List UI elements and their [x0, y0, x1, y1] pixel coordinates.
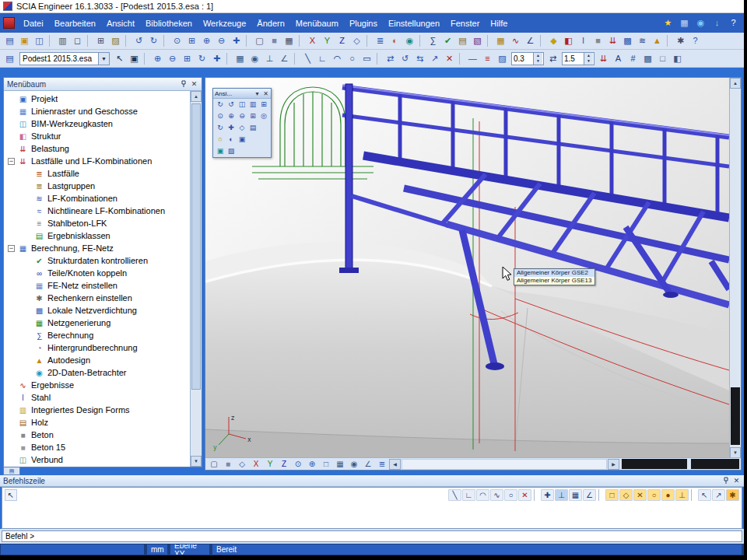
tree-expander[interactable] — [24, 183, 31, 190]
scroll-down-icon[interactable]: ▼ — [730, 447, 741, 458]
spin-up-icon[interactable]: ▲ — [534, 53, 542, 59]
tree-expander[interactable] — [24, 195, 31, 202]
open-project-icon[interactable]: ▣ — [17, 34, 32, 47]
tree-scrollbar[interactable]: ▲ ▼ — [190, 91, 202, 467]
cmd-polyline-icon[interactable]: ∟ — [462, 489, 475, 501]
vp-view-z-icon[interactable]: Z — [277, 459, 291, 470]
display-scale-stepper-1[interactable]: ▲▼ — [511, 52, 544, 65]
cmd-circle-icon[interactable]: ○ — [504, 489, 517, 501]
tree-expander[interactable]: − — [8, 158, 15, 165]
zoom-window-2-icon[interactable]: ⊞ — [180, 52, 195, 65]
menu-aendern[interactable]: Ändern — [251, 16, 289, 30]
tree-expander[interactable] — [24, 233, 31, 240]
delete-icon[interactable]: ✕ — [442, 52, 457, 65]
vp-clip-icon[interactable]: □ — [319, 459, 333, 470]
spin-up-icon[interactable]: ▲ — [584, 53, 593, 59]
tree-expander[interactable] — [24, 369, 31, 376]
tree-item-berechnung[interactable]: ∑ Berechnung — [4, 329, 190, 341]
named-views-icon[interactable]: ▤ — [247, 123, 258, 133]
tree-item-nichtlineare-lf-kombinationen[interactable]: ≈ Nichtlineare LF-Kombinationen — [4, 205, 190, 217]
zoom-extents-icon[interactable]: ⊙ — [215, 111, 226, 121]
zoom-in-2-icon[interactable]: ⊕ — [150, 52, 165, 65]
cmd-spline-icon[interactable]: ∿ — [490, 489, 503, 501]
hidden-lines-icon[interactable]: ▦ — [282, 34, 296, 47]
perspective-icon[interactable]: ◇ — [237, 123, 247, 133]
member-check-icon[interactable]: ◧ — [561, 34, 576, 47]
tree-expander[interactable]: − — [8, 245, 15, 252]
save-project-icon[interactable]: ◫ — [32, 34, 47, 47]
cmd-arc-icon[interactable]: ◠ — [476, 489, 489, 501]
tree-expander[interactable] — [8, 382, 15, 389]
table-results-icon[interactable]: ▦ — [493, 34, 508, 47]
tree-expander[interactable] — [24, 320, 31, 327]
tree-expander[interactable] — [24, 208, 31, 215]
tree-expander[interactable] — [8, 419, 15, 426]
zoom-out-2-icon[interactable]: ⊖ — [165, 52, 180, 65]
tree-expander[interactable] — [24, 170, 31, 177]
menu-datei[interactable]: Datei — [18, 16, 49, 30]
tree-item-struktur[interactable]: ◧ Struktur — [4, 130, 190, 142]
tree-item-lf-kombinationen[interactable]: ≋ LF-Kombinationen — [4, 192, 190, 205]
shadow-icon[interactable]: ◐ — [226, 135, 237, 145]
view-y-icon[interactable]: Y — [320, 34, 335, 47]
tree-item-berechnung-fe-netz[interactable]: − ▦ Berechnung, FE-Netz — [4, 242, 190, 254]
tree-scroll-thumb[interactable] — [191, 103, 201, 390]
load-scale-icon[interactable]: ⇄ — [545, 52, 560, 65]
redraw-icon[interactable]: ↻ — [215, 100, 226, 110]
tree-item-beton[interactable]: ■ Beton — [4, 429, 190, 441]
label-display-icon[interactable]: A — [611, 52, 626, 65]
pin-icon[interactable] — [723, 477, 729, 485]
vp-render-icon[interactable]: ■ — [221, 459, 235, 470]
scroll-up-icon[interactable]: ▲ — [191, 91, 202, 102]
zoom-out-view-icon[interactable]: ⊖ — [237, 111, 247, 121]
activity-icon[interactable]: ◐ — [388, 34, 402, 47]
polyline-tool-icon[interactable]: ∟ — [315, 52, 330, 65]
check-structure-icon[interactable]: ✔ — [440, 34, 455, 47]
cursor-snap-icon[interactable]: ✚ — [541, 489, 554, 501]
tree-item-hintergrundberechnung[interactable]: ◔ Hintergrundberechnung — [4, 341, 190, 354]
tree-item-lastgruppen[interactable]: ≣ Lastgruppen — [4, 180, 190, 192]
vp-coord-icon[interactable]: ∠ — [361, 459, 375, 470]
viewport-hscroll-track[interactable] — [402, 459, 607, 470]
snap-grid-icon[interactable]: ▦ — [233, 52, 247, 65]
tree-item-projekt[interactable]: ▣ Projekt — [4, 93, 190, 105]
rectangle-tool-icon[interactable]: ▭ — [359, 52, 374, 65]
solver-icon[interactable]: ≋ — [635, 34, 650, 47]
zoom-window-view-icon[interactable]: ⊞ — [247, 111, 258, 121]
gallery-icon[interactable]: ▧ — [470, 34, 485, 47]
viewport-hscroll-thumb-2[interactable] — [691, 459, 739, 469]
menu-hilfe[interactable]: Hilfe — [485, 16, 513, 30]
snap-endpoint-icon[interactable]: □ — [605, 489, 619, 501]
print-view-icon[interactable]: ▥ — [247, 100, 258, 110]
cmd-line-icon[interactable]: ╲ — [448, 489, 461, 501]
grid-snap-icon[interactable]: ▦ — [569, 489, 582, 501]
tree-expander[interactable] — [24, 220, 31, 227]
about-icon[interactable]: ? — [726, 16, 741, 30]
select-cursor-icon[interactable]: ↖ — [112, 52, 127, 65]
tree-item-strukturdaten-kontrollieren[interactable]: ✔ Strukturdaten kontrollieren — [4, 254, 190, 267]
tree-expander[interactable] — [24, 282, 31, 289]
menu-werkzeuge[interactable]: Werkzeuge — [198, 16, 251, 30]
viewport-hscroll-thumb[interactable] — [622, 459, 687, 469]
clipping-icon[interactable]: ▣ — [215, 146, 226, 156]
project-manager-icon[interactable]: ▤ — [2, 52, 17, 65]
hatch-icon[interactable]: ▨ — [495, 52, 510, 65]
move-icon[interactable]: ⇄ — [383, 52, 398, 65]
dimension-line-icon[interactable]: — — [465, 52, 480, 65]
mirror-icon[interactable]: ⇆ — [412, 52, 427, 65]
3d-scene[interactable]: x y z — [205, 78, 729, 457]
display-scale-value-2[interactable] — [563, 53, 584, 65]
zoom-selection-icon[interactable]: ◎ — [258, 111, 269, 121]
load-display-icon[interactable]: ⇊ — [596, 52, 611, 65]
tree-expander[interactable] — [8, 407, 15, 414]
tree-expander[interactable] — [24, 270, 31, 277]
settings-icon[interactable]: ✱ — [673, 34, 688, 47]
copy-view-icon[interactable]: ⊞ — [258, 100, 269, 110]
vp-grid-icon[interactable]: ▦ — [333, 459, 347, 470]
rotate-icon[interactable]: ↺ — [398, 52, 412, 65]
coords-relative-icon[interactable]: ↗ — [712, 489, 725, 501]
tree-item-2d-daten-betrachter[interactable]: ◉ 2D-Daten-Betrachter — [4, 366, 190, 379]
tree-item-stahl[interactable]: I Stahl — [4, 391, 190, 404]
snap-perpendicular-icon[interactable]: ⊥ — [675, 489, 689, 501]
polar-tracking-icon[interactable]: ∠ — [277, 52, 292, 65]
